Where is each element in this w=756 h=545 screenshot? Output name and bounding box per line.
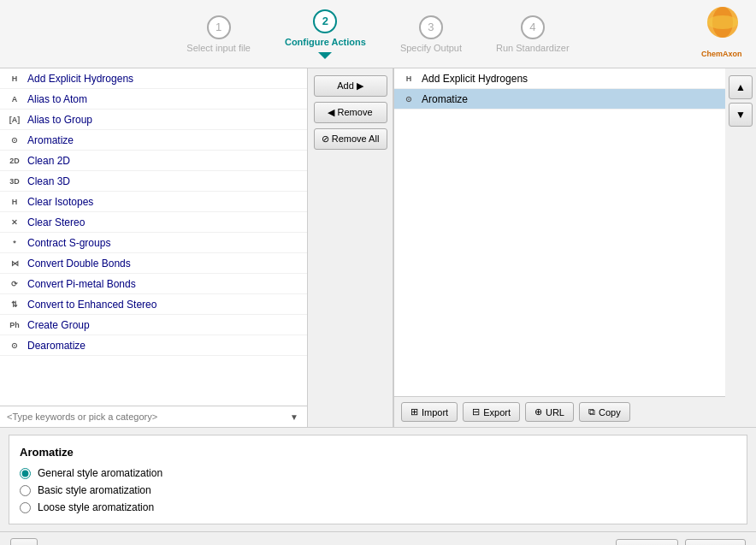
export-label: Export <box>483 407 511 418</box>
remove-all-button[interactable]: ⊘ Remove All <box>314 128 387 150</box>
settings-title: Aromatize <box>20 446 736 459</box>
radio-basic-label: Basic style aromatization <box>38 484 151 496</box>
step-1[interactable]: 1 Select input file <box>186 15 251 53</box>
radio-general[interactable]: General style aromatization <box>20 467 736 479</box>
search-box[interactable]: ▼ <box>0 406 307 427</box>
chemaxon-logo: ChemAxon <box>698 5 747 64</box>
footer: ⚙ ◀ Back Next ▶ <box>0 531 756 545</box>
radio-loose-label: Loose style aromatization <box>38 501 154 513</box>
step-list: 1 Select input file 2 Configure Actions … <box>186 9 569 59</box>
action-item-icon: Ph <box>7 321 22 329</box>
action-item-label: Convert Pi-metal Bonds <box>27 278 136 290</box>
move-up-button[interactable]: ▲ <box>729 75 753 99</box>
gear-button[interactable]: ⚙ <box>10 538 38 546</box>
action-item-icon: ⋈ <box>7 259 22 268</box>
action-item-icon: ⊙ <box>7 341 22 350</box>
header: 1 Select input file 2 Configure Actions … <box>0 0 756 68</box>
action-item-icon: A <box>7 95 22 104</box>
url-icon: ⊕ <box>535 406 542 418</box>
step-1-label: Select input file <box>186 43 251 53</box>
radio-loose-input[interactable] <box>20 502 31 513</box>
action-item-icon: ⇅ <box>7 300 22 309</box>
search-input[interactable] <box>3 408 290 425</box>
main-content: H Add Explicit Hydrogens A Alias to Atom… <box>0 68 756 428</box>
radio-basic[interactable]: Basic style aromatization <box>20 484 736 496</box>
step-3-circle: 3 <box>419 15 443 39</box>
action-item-label: Dearomatize <box>27 340 86 352</box>
move-down-button[interactable]: ▼ <box>729 103 753 127</box>
middle-buttons: Add ▶ ◀ Remove ⊘ Remove All <box>308 68 393 427</box>
list-item[interactable]: H Clear Isotopes <box>0 192 307 212</box>
action-item-label: Alias to Atom <box>27 93 87 105</box>
list-item[interactable]: * Contract S-groups <box>0 233 307 253</box>
svg-point-2 <box>707 15 738 29</box>
radio-loose[interactable]: Loose style aromatization <box>20 501 736 513</box>
svg-text:ChemAxon: ChemAxon <box>701 50 742 58</box>
next-button[interactable]: Next ▶ <box>685 539 746 546</box>
list-item[interactable]: A Alias to Atom <box>0 89 307 110</box>
list-item[interactable]: 2D Clean 2D <box>0 151 307 171</box>
action-item-label: Clean 2D <box>27 155 70 167</box>
action-item-label: Add Explicit Hydrogens <box>27 73 133 85</box>
right-item-icon: ⊙ <box>401 95 416 104</box>
step-2-label: Configure Actions <box>285 37 366 47</box>
step-4[interactable]: 4 Run Standardizer <box>496 15 570 53</box>
action-list[interactable]: H Add Explicit Hydrogens A Alias to Atom… <box>0 68 307 406</box>
back-button[interactable]: ◀ Back <box>616 539 678 546</box>
step-4-circle: 4 <box>521 15 545 39</box>
step-2[interactable]: 2 Configure Actions <box>285 9 366 59</box>
action-item-icon: ✕ <box>7 218 22 227</box>
active-indicator <box>318 52 332 59</box>
action-item-label: Alias to Group <box>27 114 92 126</box>
step-1-circle: 1 <box>207 15 231 39</box>
action-item-label: Clean 3D <box>27 175 70 187</box>
action-item-icon: H <box>7 74 22 83</box>
url-label: URL <box>546 407 564 418</box>
right-list[interactable]: H Add Explicit Hydrogens ⊙ Aromatize <box>393 68 725 396</box>
list-item[interactable]: [A] Alias to Group <box>0 110 307 130</box>
list-item[interactable]: H Add Explicit Hydrogens <box>0 68 307 89</box>
export-icon: ⊟ <box>472 406 480 418</box>
search-dropdown-icon[interactable]: ▼ <box>290 412 304 422</box>
right-list-item[interactable]: H Add Explicit Hydrogens <box>394 68 725 89</box>
step-3[interactable]: 3 Specify Output <box>400 15 462 53</box>
settings-panel: Aromatize General style aromatization Ba… <box>9 435 747 524</box>
action-item-icon: H <box>7 198 22 206</box>
right-item-label: Add Explicit Hydrogens <box>422 73 528 85</box>
right-panel: H Add Explicit Hydrogens ⊙ Aromatize ⊞ I… <box>393 68 725 427</box>
list-item[interactable]: ⇅ Convert to Enhanced Stereo <box>0 294 307 315</box>
action-item-icon: * <box>7 239 22 247</box>
copy-button[interactable]: ⧉ Copy <box>579 402 630 422</box>
right-list-item[interactable]: ⊙ Aromatize <box>394 89 725 110</box>
radio-basic-input[interactable] <box>20 485 31 496</box>
right-item-label: Aromatize <box>422 93 468 105</box>
action-item-label: Create Group <box>27 319 90 331</box>
radio-general-label: General style aromatization <box>38 467 162 479</box>
list-item[interactable]: ⊙ Dearomatize <box>0 335 307 356</box>
import-button[interactable]: ⊞ Import <box>401 402 458 422</box>
action-item-icon: [A] <box>7 116 22 124</box>
action-item-label: Convert Double Bonds <box>27 258 131 270</box>
list-item[interactable]: ⟳ Convert Pi-metal Bonds <box>0 274 307 294</box>
list-item[interactable]: ⋈ Convert Double Bonds <box>0 253 307 274</box>
action-item-icon: ⊙ <box>7 136 22 145</box>
right-controls: ▲ ▼ <box>725 68 756 427</box>
list-item[interactable]: ⊙ Aromatize <box>0 130 307 151</box>
step-2-circle: 2 <box>313 9 337 33</box>
add-button[interactable]: Add ▶ <box>314 75 387 97</box>
right-item-icon: H <box>401 74 416 83</box>
import-label: Import <box>422 407 448 418</box>
url-button[interactable]: ⊕ URL <box>525 402 574 422</box>
list-item[interactable]: Ph Create Group <box>0 315 307 335</box>
export-button[interactable]: ⊟ Export <box>463 402 520 422</box>
action-item-icon: ⟳ <box>7 280 22 288</box>
action-item-icon: 3D <box>7 177 22 186</box>
radio-general-input[interactable] <box>20 468 31 479</box>
list-item[interactable]: ✕ Clear Stereo <box>0 212 307 233</box>
import-icon: ⊞ <box>410 406 418 418</box>
copy-icon: ⧉ <box>588 406 595 418</box>
action-item-label: Clear Isotopes <box>27 196 93 208</box>
list-item[interactable]: 3D Clean 3D <box>0 171 307 192</box>
remove-button[interactable]: ◀ Remove <box>314 102 387 123</box>
left-panel: H Add Explicit Hydrogens A Alias to Atom… <box>0 68 308 427</box>
